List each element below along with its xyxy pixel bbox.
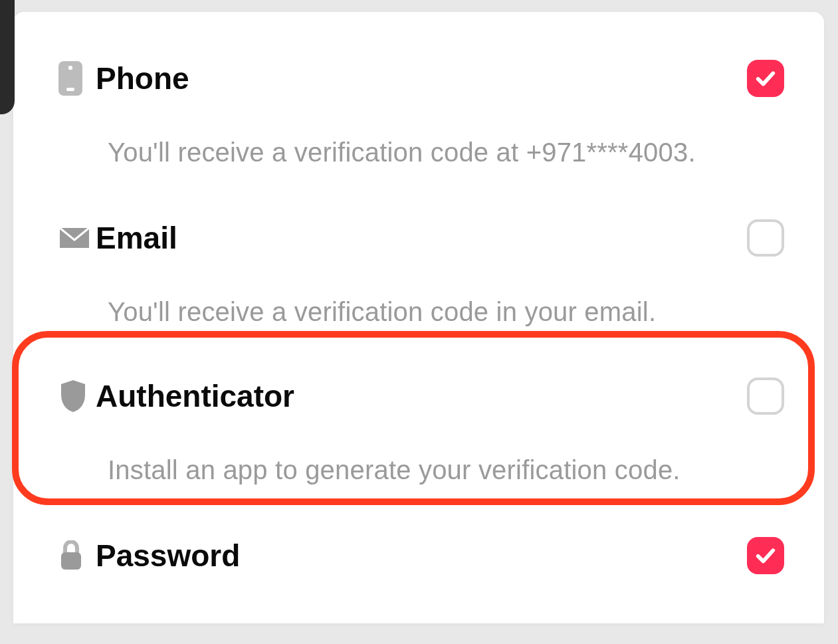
option-email-title: Email <box>96 220 747 256</box>
phone-icon <box>58 61 96 96</box>
option-email-description: You'll receive a verification code in yo… <box>108 295 784 328</box>
lock-icon <box>58 540 96 571</box>
option-authenticator[interactable]: Authenticator Install an app to generate… <box>13 377 824 486</box>
option-password[interactable]: Password <box>13 537 824 574</box>
option-phone-description: You'll receive a verification code at +9… <box>108 136 784 169</box>
checkmark-icon <box>754 67 777 90</box>
option-phone[interactable]: Phone You'll receive a verification code… <box>13 60 824 169</box>
option-phone-checkbox[interactable] <box>747 60 784 97</box>
option-email-checkbox[interactable] <box>747 219 784 257</box>
checkmark-icon <box>754 544 777 567</box>
option-phone-title: Phone <box>96 60 747 96</box>
svg-rect-0 <box>61 552 81 570</box>
verification-options-panel: Phone You'll receive a verification code… <box>13 12 824 623</box>
envelope-icon <box>58 227 96 249</box>
edge-decoration <box>0 0 15 114</box>
option-password-title: Password <box>96 538 747 574</box>
shield-icon <box>58 379 96 413</box>
option-authenticator-checkbox[interactable] <box>747 377 784 415</box>
option-email[interactable]: Email You'll receive a verification code… <box>13 219 824 328</box>
option-authenticator-title: Authenticator <box>96 378 747 414</box>
option-authenticator-description: Install an app to generate your verifica… <box>108 453 784 486</box>
option-password-checkbox[interactable] <box>747 537 784 574</box>
